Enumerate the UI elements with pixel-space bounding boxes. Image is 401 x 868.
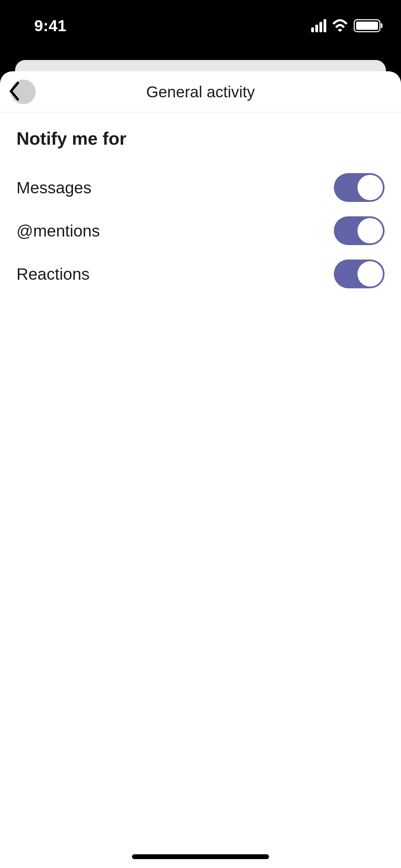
toggle-mentions[interactable] (334, 216, 385, 245)
chevron-left-icon (8, 82, 21, 102)
row-reactions: Reactions (16, 252, 385, 296)
row-label: Reactions (16, 265, 89, 284)
toggle-knob (357, 218, 383, 243)
row-messages: Messages (16, 166, 385, 209)
toggle-reactions[interactable] (334, 260, 385, 288)
toggle-rows: Messages @mentions Reactions (16, 166, 385, 296)
status-time: 9:41 (34, 16, 66, 35)
row-label: @mentions (16, 221, 100, 240)
modal-panel: General activity Notify me for Messages … (0, 71, 401, 868)
toggle-messages[interactable] (334, 173, 385, 202)
toggle-knob (357, 261, 383, 287)
row-mentions: @mentions (16, 209, 385, 252)
notify-section: Notify me for Messages @mentions Reactio… (0, 112, 401, 296)
home-indicator[interactable] (132, 854, 269, 859)
cellular-signal-icon (311, 19, 326, 32)
status-bar: 9:41 (0, 0, 401, 51)
toggle-knob (357, 175, 383, 200)
panel-title: General activity (0, 83, 401, 101)
panel-header: General activity (0, 71, 401, 112)
status-icons (311, 19, 380, 32)
row-label: Messages (16, 178, 92, 197)
section-title: Notify me for (16, 128, 385, 149)
wifi-icon (332, 19, 348, 32)
back-button[interactable] (8, 82, 21, 102)
battery-icon (354, 19, 380, 32)
